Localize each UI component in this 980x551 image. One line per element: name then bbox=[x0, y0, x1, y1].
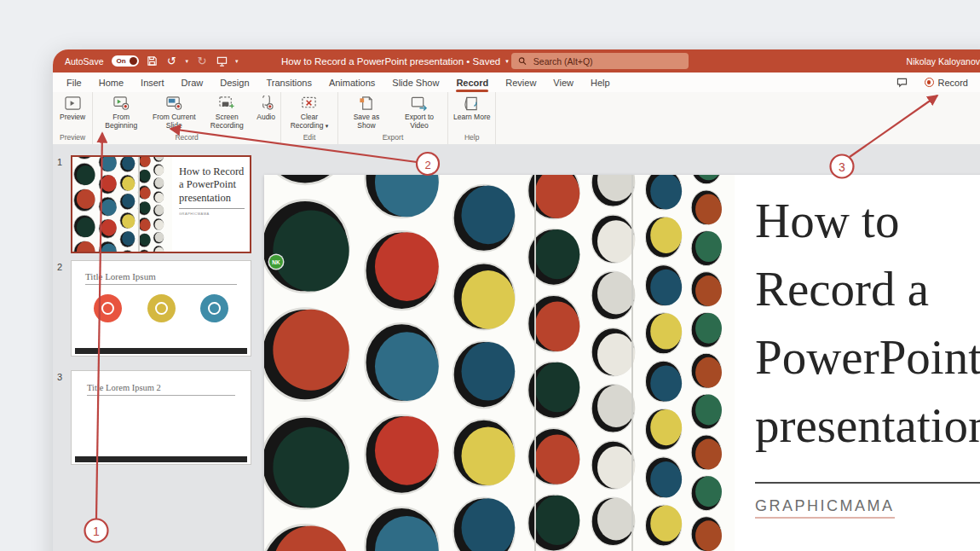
tab-draw[interactable]: Draw bbox=[173, 72, 212, 92]
blue-circle-icon bbox=[200, 294, 228, 322]
tab-slide-show[interactable]: Slide Show bbox=[383, 72, 447, 92]
ribbon-group-preview: Preview Preview bbox=[53, 92, 93, 144]
autosave-state: On bbox=[112, 57, 126, 65]
slide-2-thumb-title: Title Lorem Ipsum bbox=[85, 271, 237, 285]
tab-view[interactable]: View bbox=[545, 72, 582, 92]
ribbon-group-label: Help bbox=[450, 132, 493, 144]
ribbon: Preview Preview From Beginning bbox=[53, 92, 980, 145]
slide-thumbnail-panel: 1 How to Record a PowerPoint presentatio… bbox=[53, 144, 264, 551]
ribbon-button-label: Save as Show bbox=[343, 113, 389, 130]
ribbon-group-record: From Beginning From Current Slide bbox=[93, 92, 281, 144]
preview-icon bbox=[64, 96, 82, 112]
autosave-label: AutoSave bbox=[65, 56, 104, 67]
ribbon-button-label: From Current Slide bbox=[151, 113, 197, 130]
toggle-knob bbox=[130, 57, 137, 65]
title-dropdown-icon[interactable]: ▾ bbox=[505, 58, 509, 65]
perforated-wall-photo bbox=[264, 175, 735, 551]
save-as-show-button[interactable]: Save as Show bbox=[340, 95, 393, 130]
ribbon-button-label: Clear Recording ▾ bbox=[286, 113, 332, 130]
audio-icon bbox=[257, 96, 275, 112]
slide-3-thumbnail[interactable]: Title Lorem Ipsum 2 bbox=[71, 370, 251, 465]
slide-title-line: Record a bbox=[755, 255, 980, 323]
redo-icon[interactable]: ↻ bbox=[196, 55, 208, 67]
slide-1-thumb-photo bbox=[72, 157, 172, 252]
clear-recording-button[interactable]: Clear Recording ▾ bbox=[283, 95, 336, 130]
screen-recording-button[interactable]: Screen Recording bbox=[200, 95, 253, 130]
slide-title-line: PowerPoint bbox=[755, 323, 980, 392]
tab-file[interactable]: File bbox=[53, 72, 90, 92]
slide-title-line: presentation bbox=[755, 392, 980, 460]
ribbon-button-label: Preview bbox=[60, 113, 85, 122]
audio-button[interactable]: Audio bbox=[253, 95, 279, 123]
export-to-video-button[interactable]: Export to Video bbox=[393, 95, 446, 130]
ribbon-group-label: Edit bbox=[283, 132, 336, 144]
start-presentation-icon[interactable] bbox=[216, 55, 228, 67]
ribbon-group-export: Save as Show Export to Video Export bbox=[338, 92, 448, 144]
credit-link[interactable]: GRAPHICMAMA bbox=[755, 497, 895, 519]
current-slide[interactable]: How to Record a PowerPoint presentation … bbox=[264, 175, 980, 551]
ribbon-group-label: Export bbox=[340, 132, 446, 144]
from-current-slide-button[interactable]: From Current Slide bbox=[147, 95, 200, 130]
toolbar-options-icon[interactable]: ▾ bbox=[235, 58, 239, 65]
red-circle-icon bbox=[94, 294, 122, 322]
workspace: 1 How to Record a PowerPoint presentatio… bbox=[53, 144, 980, 551]
title-bar: AutoSave On ↺ ▾ ↻ ▾ bbox=[53, 49, 980, 72]
dropdown-caret-icon: ▾ bbox=[326, 123, 329, 129]
slide-title-line: How to bbox=[755, 187, 980, 255]
tab-review[interactable]: Review bbox=[497, 72, 545, 92]
record-quick-button[interactable]: Record bbox=[925, 78, 968, 88]
search-icon bbox=[518, 56, 527, 66]
slide-title: How to Record a PowerPoint presentation bbox=[755, 187, 980, 460]
autosave-toggle[interactable]: On bbox=[112, 55, 139, 67]
from-beginning-button[interactable]: From Beginning bbox=[95, 95, 147, 130]
document-title: How to Record a PowerPoint presentation … bbox=[281, 49, 509, 72]
slide-canvas: How to Record a PowerPoint presentation … bbox=[264, 144, 980, 551]
preview-button[interactable]: Preview bbox=[56, 95, 89, 123]
tab-transitions[interactable]: Transitions bbox=[258, 72, 320, 92]
ribbon-group-label: Preview bbox=[55, 132, 90, 144]
user-name: Nikolay Kaloyanov bbox=[907, 49, 980, 72]
slide-1-thumbnail[interactable]: How to Record a PowerPoint presentation … bbox=[71, 155, 251, 253]
search-input[interactable] bbox=[532, 55, 682, 67]
ribbon-tab-bar: File Home Insert Draw Design Transitions… bbox=[53, 72, 980, 92]
undo-icon[interactable]: ↺ bbox=[166, 55, 178, 67]
search-box[interactable] bbox=[511, 53, 689, 69]
learn-more-button[interactable]: Learn More bbox=[450, 95, 493, 123]
record-from-current-slide-icon bbox=[165, 96, 183, 112]
learn-more-icon bbox=[463, 96, 481, 112]
clear-recording-label: Clear Recording bbox=[291, 113, 324, 130]
record-from-beginning-icon bbox=[112, 96, 130, 112]
tutorial-screenshot-page: AutoSave On ↺ ▾ ↻ ▾ bbox=[0, 0, 980, 551]
save-icon[interactable] bbox=[147, 55, 159, 67]
tab-home[interactable]: Home bbox=[90, 72, 132, 92]
ribbon-button-label: Learn More bbox=[453, 113, 490, 122]
tab-record[interactable]: Record bbox=[447, 72, 497, 92]
tab-animations[interactable]: Animations bbox=[320, 72, 383, 92]
tab-design[interactable]: Design bbox=[211, 72, 257, 92]
slide-footer-bar bbox=[75, 456, 247, 462]
slide-3-thumb-title: Title Lorem Ipsum 2 bbox=[87, 383, 235, 396]
save-as-show-icon bbox=[357, 96, 375, 112]
screen-recording-icon bbox=[218, 96, 236, 112]
slide-2-thumbnail[interactable]: Title Lorem Ipsum bbox=[71, 260, 251, 357]
slide-number: 3 bbox=[57, 372, 62, 382]
slide-title-rule bbox=[755, 482, 980, 484]
comments-button[interactable] bbox=[896, 78, 908, 88]
slide-footer-bar bbox=[75, 348, 247, 354]
record-quick-label: Record bbox=[938, 78, 968, 88]
yellow-circle-icon bbox=[147, 294, 176, 322]
ribbon-button-label: From Beginning bbox=[98, 113, 144, 130]
ribbon-button-label: Screen Recording bbox=[204, 113, 250, 130]
ribbon-button-label: Audio bbox=[257, 113, 275, 122]
undo-dropdown-icon[interactable]: ▾ bbox=[186, 58, 189, 65]
tab-help[interactable]: Help bbox=[582, 72, 619, 92]
comment-icon bbox=[896, 78, 908, 88]
slide-number: 1 bbox=[57, 157, 62, 167]
tab-insert[interactable]: Insert bbox=[132, 72, 173, 92]
slide-1-thumb-credit: GRAPHICMAMA bbox=[179, 212, 212, 216]
slide-2-infographic bbox=[94, 294, 228, 322]
ribbon-button-label: Export to Video bbox=[396, 113, 442, 130]
record-icon bbox=[925, 78, 934, 87]
document-title-text: How to Record a PowerPoint presentation … bbox=[281, 56, 500, 67]
ribbon-group-edit: Clear Recording ▾ Edit bbox=[281, 92, 338, 144]
